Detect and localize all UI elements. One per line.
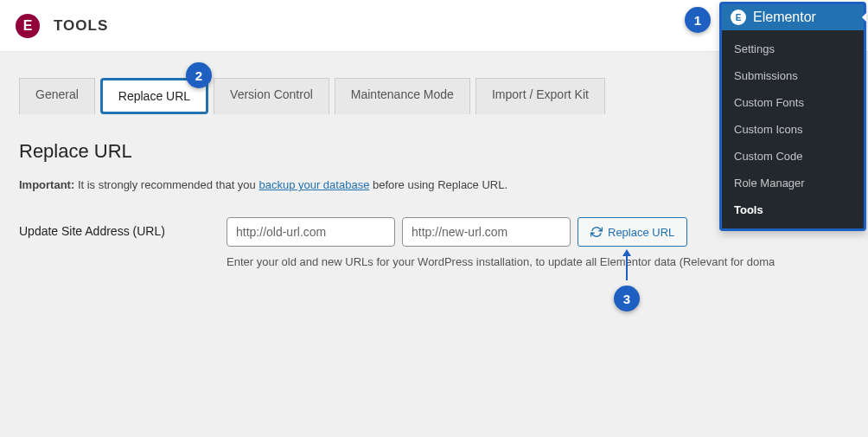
- submenu-item-custom-fonts[interactable]: Custom Fonts: [722, 89, 864, 116]
- replace-url-button-label: Replace URL: [608, 226, 674, 239]
- notice-strong: Important:: [19, 178, 74, 191]
- helper-text: Enter your old and new URLs for your Wor…: [227, 255, 849, 268]
- update-url-label: Update Site Address (URL): [19, 217, 227, 238]
- notice-text-after: before using Replace URL.: [369, 178, 507, 191]
- tab-version-control[interactable]: Version Control: [214, 78, 329, 114]
- submenu-list: SettingsSubmissionsCustom FontsCustom Ic…: [722, 30, 864, 228]
- submenu-header[interactable]: E Elementor: [722, 4, 864, 30]
- elementor-mini-logo-icon: E: [731, 10, 746, 25]
- callout-badge-1: 1: [685, 7, 711, 33]
- elementor-logo-icon: E: [16, 14, 40, 38]
- tab-import-export-kit[interactable]: Import / Export Kit: [475, 78, 605, 114]
- page-title: TOOLS: [54, 17, 108, 35]
- new-url-input[interactable]: [402, 217, 571, 247]
- submenu-item-custom-code[interactable]: Custom Code: [722, 143, 864, 170]
- tab-maintenance-mode[interactable]: Maintenance Mode: [335, 78, 470, 114]
- caret-left-icon: [862, 13, 866, 22]
- submenu-item-custom-icons[interactable]: Custom Icons: [722, 116, 864, 143]
- elementor-submenu: E Elementor SettingsSubmissionsCustom Fo…: [719, 2, 866, 231]
- notice-text-before: It is strongly recommended that you: [74, 178, 258, 191]
- submenu-item-settings[interactable]: Settings: [722, 35, 864, 62]
- submenu-title: Elementor: [753, 10, 816, 25]
- submenu-item-role-manager[interactable]: Role Manager: [722, 170, 864, 196]
- submenu-item-tools[interactable]: Tools: [722, 196, 864, 223]
- backup-database-link[interactable]: backup your database: [258, 178, 369, 191]
- callout-badge-3: 3: [614, 286, 640, 312]
- submenu-item-submissions[interactable]: Submissions: [722, 62, 864, 89]
- callout-arrow-3: [626, 254, 628, 280]
- tab-general[interactable]: General: [19, 78, 95, 114]
- callout-badge-2: 2: [186, 62, 212, 88]
- replace-url-button[interactable]: Replace URL: [578, 217, 687, 247]
- old-url-input[interactable]: [227, 217, 395, 247]
- refresh-icon: [590, 226, 603, 238]
